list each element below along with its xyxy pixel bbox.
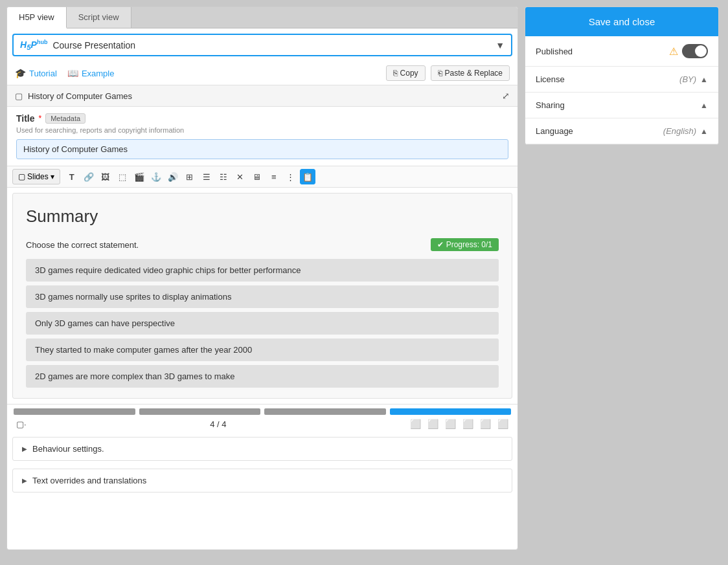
instruction-text: Choose the correct statement. [26, 240, 139, 250]
toolbar-shape[interactable]: ⬚ [115, 169, 130, 184]
toggle-knob [695, 45, 707, 57]
slides-icon: ▢ [18, 172, 25, 181]
license-controls: (BY) ▲ [679, 74, 708, 84]
slide-thumb-2[interactable] [139, 408, 261, 415]
example-icon: 📖 [67, 68, 78, 78]
title-section: Title * Metadata Used for searching, rep… [7, 107, 518, 166]
title-label-row: Title * Metadata [16, 113, 508, 124]
behaviour-settings-header[interactable]: ▶ Behaviour settings. [13, 438, 512, 460]
slide-thumb-4[interactable] [390, 408, 512, 415]
preview-area: Summary Choose the correct statement. ✔ … [12, 193, 512, 399]
slides-dropdown-icon: ▾ [51, 172, 54, 181]
tutorial-row: 🎓 Tutorial 📖 Example ⎘ Copy ⎗ Paste & Re… [7, 61, 518, 85]
published-toggle[interactable] [682, 44, 708, 58]
content-type-selector[interactable]: H5Phub Course Presentation ▼ [12, 34, 512, 56]
slide-thumb-3[interactable] [264, 408, 386, 415]
language-chevron-icon[interactable]: ▲ [700, 127, 708, 136]
metadata-badge[interactable]: Metadata [45, 113, 85, 124]
checkmark-icon: ✔ [437, 240, 444, 249]
toolbar-link[interactable]: 🔗 [81, 169, 97, 184]
behaviour-arrow-icon: ▶ [22, 445, 27, 452]
toolbar-audio[interactable]: 🔊 [165, 169, 181, 184]
required-star: * [39, 114, 42, 123]
license-label: License [536, 74, 679, 84]
preview-instruction: Choose the correct statement. ✔ Progress… [26, 238, 499, 251]
toolbar-image[interactable]: 🖼 [98, 169, 113, 184]
slide-export-icon[interactable]: ⬜ [410, 419, 421, 429]
license-value: (BY) [679, 74, 696, 84]
paste-replace-button[interactable]: ⎗ Paste & Replace [431, 65, 510, 81]
published-section: Published ⚠ [525, 36, 718, 67]
language-controls: (English) ▲ [663, 126, 708, 136]
option-item-2[interactable]: 3D games normally use sprites to display… [26, 285, 499, 308]
slide-title-label: History of Computer Games [28, 91, 502, 101]
copy-icon: ⎘ [393, 69, 398, 78]
option-item-1[interactable]: 3D games require dedicated video graphic… [26, 259, 499, 282]
license-section: License (BY) ▲ [525, 67, 718, 93]
text-overrides-label: Text overrides and translations [32, 476, 146, 485]
language-value: (English) [663, 126, 696, 136]
toolbar-list-ordered[interactable]: ☰ [199, 169, 214, 184]
option-item-5[interactable]: 2D games are more complex than 3D games … [26, 365, 499, 388]
slide-fullscreen-icon[interactable]: ⬜ [497, 419, 508, 429]
slide-controls: ▢· 4 / 4 ⬜ ⬜ ⬜ ⬜ ⬜ ⬜ [14, 419, 511, 429]
option-item-3[interactable]: Only 3D games can have perspective [26, 312, 499, 335]
editor-toolbar: ▢ Slides ▾ T 🔗 🖼 ⬚ 🎬 ⚓ 🔊 ⊞ ☰ ☷ ✕ 🖥 ≡ ⋮ 📋 [7, 166, 518, 188]
tutorial-link[interactable]: 🎓 Tutorial [15, 68, 57, 78]
save-close-button[interactable]: Save and close [525, 7, 718, 36]
expand-icon[interactable]: ⤢ [502, 91, 510, 101]
language-section: Language (English) ▲ [525, 118, 718, 144]
slide-screen1-icon[interactable]: ⬜ [462, 419, 473, 429]
copy-paste-row: ⎘ Copy ⎗ Paste & Replace [386, 65, 510, 81]
toolbar-special[interactable]: ✕ [233, 169, 248, 184]
toolbar-video[interactable]: 🎬 [131, 169, 147, 184]
language-label: Language [536, 126, 663, 136]
sharing-chevron-icon[interactable]: ▲ [700, 101, 708, 110]
slide-thumbnails [14, 408, 511, 415]
slide-screen2-icon[interactable]: ⬜ [480, 419, 491, 429]
slide-thumb-1[interactable] [14, 408, 135, 415]
sharing-label: Sharing [536, 100, 700, 110]
h5p-logo: H5Phub [20, 39, 47, 51]
toolbar-active[interactable]: 📋 [300, 169, 315, 184]
toolbar-menu[interactable]: ≡ [266, 169, 282, 184]
title-hint: Used for searching, reports and copyrigh… [16, 126, 508, 134]
left-panel: H5P view Script view H5Phub Course Prese… [6, 6, 518, 550]
example-link[interactable]: 📖 Example [67, 68, 115, 78]
slide-left-icons: ▢· [16, 419, 27, 429]
slide-share-icon[interactable]: ⬜ [445, 419, 456, 429]
title-label-text: Title [16, 113, 35, 124]
slides-button[interactable]: ▢ Slides ▾ [12, 169, 60, 184]
toolbar-list-unordered[interactable]: ☷ [216, 169, 231, 184]
copy-button[interactable]: ⎘ Copy [386, 65, 426, 81]
warning-icon: ⚠ [669, 45, 678, 58]
tutorial-icon: 🎓 [15, 68, 26, 78]
published-controls: ⚠ [669, 44, 708, 58]
text-overrides-header[interactable]: ▶ Text overrides and translations [13, 469, 512, 492]
tab-script-view[interactable]: Script view [67, 7, 131, 28]
paste-icon: ⎗ [438, 69, 442, 78]
slide-page: 4 / 4 [210, 419, 226, 429]
behaviour-settings-label: Behaviour settings. [32, 444, 104, 454]
tab-h5p-view[interactable]: H5P view [7, 7, 67, 28]
option-item-4[interactable]: They started to make computer games afte… [26, 338, 499, 361]
license-chevron-icon[interactable]: ▲ [700, 75, 708, 84]
toolbar-bold[interactable]: T [64, 169, 80, 184]
text-overrides-arrow-icon: ▶ [22, 477, 27, 484]
tabs-bar: H5P view Script view [7, 7, 518, 28]
slide-right-icons: ⬜ ⬜ ⬜ ⬜ ⬜ ⬜ [410, 419, 508, 429]
slide-add-icon[interactable]: ▢· [16, 419, 27, 429]
chevron-down-icon: ▼ [495, 40, 505, 50]
sharing-section: Sharing ▲ [525, 93, 718, 118]
slide-copy-icon[interactable]: ⬜ [427, 419, 438, 429]
published-label: Published [536, 47, 669, 56]
toolbar-anchor[interactable]: ⚓ [148, 169, 164, 184]
slide-icon: ▢ [15, 91, 23, 101]
toolbar-table[interactable]: ⊞ [182, 169, 198, 184]
title-input[interactable] [16, 139, 508, 159]
toolbar-screen[interactable]: 🖥 [249, 169, 265, 184]
toolbar-more[interactable]: ⋮ [283, 169, 299, 184]
tutorial-label: Tutorial [29, 69, 57, 78]
behaviour-settings-section: ▶ Behaviour settings. [12, 437, 512, 461]
progress-badge: ✔ Progress: 0/1 [431, 238, 499, 251]
